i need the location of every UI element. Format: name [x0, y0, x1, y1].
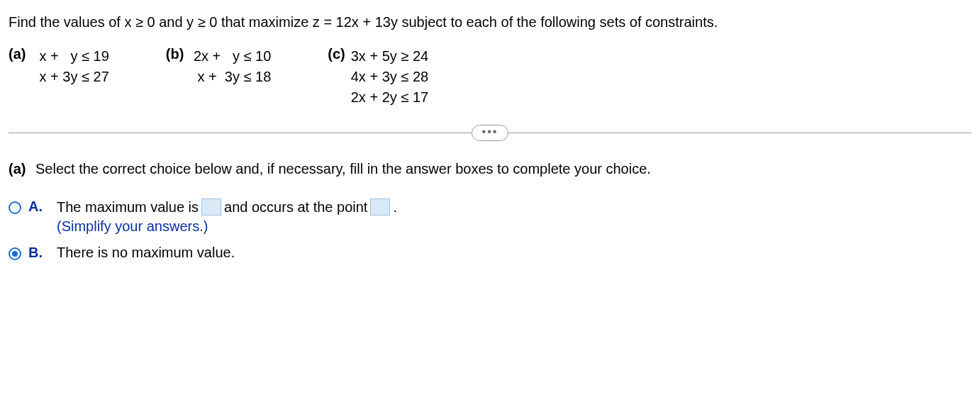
radio-choice-a[interactable] [9, 201, 21, 214]
choice-a-hint: (Simplify your answers.) [57, 218, 397, 235]
question-prompt: (a) Select the correct choice below and,… [9, 161, 971, 177]
choice-a-text-after: . [393, 199, 397, 216]
part-a-line-2: x + 3y ≤ 27 [31, 67, 108, 87]
choice-b-row: B. There is no maximum value. [9, 245, 971, 261]
problem-prompt: Find the values of x ≥ 0 and y ≥ 0 that … [9, 14, 971, 30]
part-c-line-2: 4x + 3y ≤ 28 [351, 67, 428, 87]
part-c-line-1: 3x + 5y ≥ 24 [351, 46, 428, 67]
choice-a-letter: A. [28, 198, 45, 215]
section-divider: ••• [9, 125, 971, 141]
choices: A. The maximum value is and occurs at th… [9, 198, 971, 261]
question-text: Select the correct choice below and, if … [31, 161, 650, 177]
question-label: (a) [9, 161, 26, 177]
answer-box-value[interactable] [201, 198, 221, 216]
part-c-line-3: 2x + 2y ≤ 17 [351, 87, 428, 108]
divider-line-right [508, 133, 971, 133]
divider-dots-icon[interactable]: ••• [472, 125, 509, 141]
part-b-label: (b) [166, 46, 184, 62]
radio-choice-b[interactable] [9, 247, 21, 260]
choice-b-letter: B. [28, 245, 45, 261]
part-c: (c) 3x + 5y ≥ 24 4x + 3y ≤ 28 2x + 2y ≤ … [328, 46, 428, 108]
part-b-line-2: x + 3y ≤ 18 [189, 67, 271, 87]
divider-line-left [9, 133, 472, 133]
choice-a-row: A. The maximum value is and occurs at th… [9, 198, 971, 235]
part-c-label: (c) [328, 46, 345, 62]
part-a-label: (a) [9, 46, 26, 62]
constraints-row: (a) x + y ≤ 19 x + 3y ≤ 27 (b) 2x + y ≤ … [9, 46, 971, 108]
part-a-line-1: x + y ≤ 19 [31, 46, 108, 67]
choice-a-text-before: The maximum value is [57, 199, 199, 216]
part-b-line-1: 2x + y ≤ 10 [189, 46, 271, 67]
choice-a-text-mid: and occurs at the point [224, 199, 367, 216]
part-b: (b) 2x + y ≤ 10 x + 3y ≤ 18 [166, 46, 271, 108]
choice-b-text: There is no maximum value. [57, 245, 235, 261]
answer-box-point[interactable] [370, 198, 390, 216]
part-a: (a) x + y ≤ 19 x + 3y ≤ 27 [9, 46, 109, 108]
